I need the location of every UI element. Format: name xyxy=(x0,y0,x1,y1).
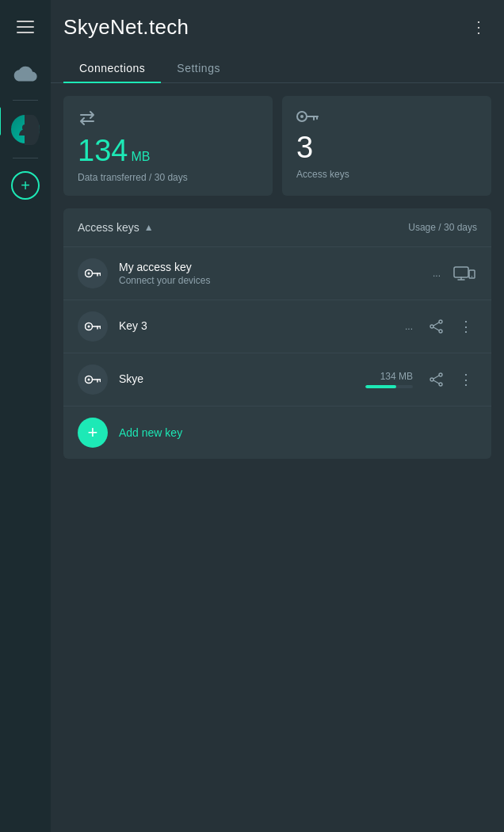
share-button-skye[interactable] xyxy=(424,367,449,392)
key-row-key3: Key 3 ... ⋮ xyxy=(63,300,491,353)
content-area: 134 MB Data transferred / 30 days 3 Acce… xyxy=(51,83,504,832)
active-indicator xyxy=(0,107,1,135)
main-content: SkyeNet.tech ⋮ Connections Settings xyxy=(51,0,504,832)
key-name-2: Key 3 xyxy=(119,319,354,332)
device-connect-button[interactable] xyxy=(452,261,477,286)
tab-connections[interactable]: Connections xyxy=(63,54,161,82)
hamburger-menu[interactable] xyxy=(10,11,41,43)
app-title: SkyeNet.tech xyxy=(63,15,189,40)
sidebar-divider-bottom xyxy=(13,158,38,158)
more-icon: ⋮ xyxy=(471,17,487,36)
svg-point-16 xyxy=(439,373,442,376)
key-name-1: My access key xyxy=(119,261,382,273)
svg-rect-6 xyxy=(454,267,468,277)
key-usage-bar-3: 134 MB xyxy=(334,371,413,388)
key-row-skye: Skye 134 MB xyxy=(63,353,491,406)
key-icon-bg-1 xyxy=(78,258,108,288)
key-info-1: My access key Connect your devices xyxy=(119,261,382,286)
svg-point-3 xyxy=(300,115,304,118)
data-label: Data transferred / 30 days xyxy=(78,172,258,183)
key-sub-1: Connect your devices xyxy=(119,275,382,286)
keys-panel: Access keys ▲ Usage / 30 days My access xyxy=(63,208,491,459)
add-key-label: Add new key xyxy=(119,426,182,439)
svg-point-8 xyxy=(472,276,472,277)
add-key-button[interactable]: + xyxy=(78,418,108,448)
tabs: Connections Settings xyxy=(51,54,504,83)
add-icon: + xyxy=(21,177,30,195)
sidebar-divider-top xyxy=(13,100,38,101)
key-actions-1 xyxy=(452,261,477,286)
tab-settings[interactable]: Settings xyxy=(161,54,236,82)
keys-count: 3 xyxy=(296,132,477,162)
svg-point-15 xyxy=(88,379,90,381)
usage-period-label: Usage / 30 days xyxy=(408,222,477,233)
usage-bar-3 xyxy=(365,385,413,388)
key-stat-icon xyxy=(296,110,477,123)
key-actions-2: ⋮ xyxy=(424,314,477,339)
key-info-3: Skye xyxy=(119,372,323,387)
add-key-icon: + xyxy=(88,424,98,441)
svg-point-18 xyxy=(430,378,433,381)
profile-avatar[interactable] xyxy=(11,115,40,143)
svg-point-5 xyxy=(88,273,90,275)
data-value: 134 MB xyxy=(78,135,258,166)
stats-row: 134 MB Data transferred / 30 days 3 Acce… xyxy=(63,96,491,196)
keys-panel-header: Access keys ▲ Usage / 30 days xyxy=(63,208,491,247)
key-row-my-access-key: My access key Connect your devices ... xyxy=(63,247,491,300)
more-options-key3[interactable]: ⋮ xyxy=(456,315,477,338)
access-keys-label: Access keys xyxy=(78,221,139,234)
cloud-icon[interactable] xyxy=(11,59,40,87)
hamburger-line-1 xyxy=(17,21,34,22)
svg-point-11 xyxy=(439,320,442,323)
sidebar: + xyxy=(0,0,51,832)
key-usage-1: ... xyxy=(393,268,441,279)
key-icon-bg-2 xyxy=(78,311,108,342)
hamburger-line-2 xyxy=(17,26,34,28)
keys-label: Access keys xyxy=(296,169,477,180)
sort-icon: ▲ xyxy=(144,222,154,233)
add-server-button[interactable]: + xyxy=(11,171,40,200)
header: SkyeNet.tech ⋮ xyxy=(51,0,504,54)
usage-text-3: 134 MB xyxy=(380,371,413,382)
key-name-3: Skye xyxy=(119,372,323,385)
svg-point-12 xyxy=(439,330,442,333)
stat-card-data: 134 MB Data transferred / 30 days xyxy=(63,96,273,196)
transfer-icon xyxy=(78,110,258,126)
svg-point-17 xyxy=(439,383,442,386)
key-info-2: Key 3 xyxy=(119,319,354,334)
hamburger-line-3 xyxy=(17,32,34,33)
share-button-key3[interactable] xyxy=(424,314,449,339)
more-options-skye[interactable]: ⋮ xyxy=(456,368,477,391)
key-icon-bg-3 xyxy=(78,364,108,395)
stat-card-keys: 3 Access keys xyxy=(282,96,491,196)
svg-point-10 xyxy=(88,326,90,328)
key-usage-2: ... xyxy=(365,321,413,332)
usage-bar-fill-3 xyxy=(365,385,396,388)
add-key-row[interactable]: + Add new key xyxy=(63,406,491,459)
access-keys-sort[interactable]: Access keys ▲ xyxy=(78,221,154,234)
svg-point-13 xyxy=(430,325,433,328)
key-actions-3: ⋮ xyxy=(424,367,477,392)
more-options-button[interactable]: ⋮ xyxy=(466,14,491,40)
